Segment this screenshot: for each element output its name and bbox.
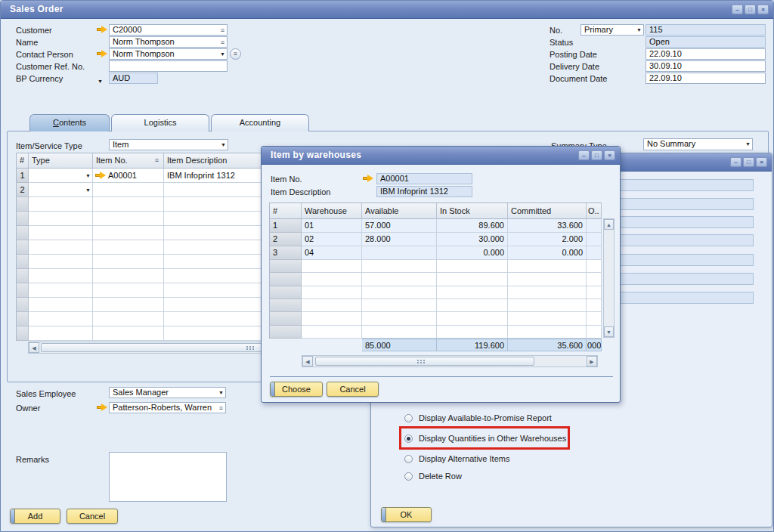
- grid-cell[interactable]: [16, 298, 29, 312]
- grid-cell[interactable]: [29, 255, 93, 269]
- warehouse-row-2[interactable]: 2 02 28.000 30.000 2.000: [269, 233, 602, 246]
- grid-cell[interactable]: [437, 260, 508, 273]
- grid-cell[interactable]: [269, 260, 302, 273]
- close-icon[interactable]: ×: [756, 157, 767, 167]
- grid-cell[interactable]: [362, 273, 437, 286]
- maximize-icon[interactable]: □: [743, 157, 754, 167]
- ordered-cell[interactable]: [587, 246, 602, 260]
- sales-employee-combo[interactable]: Sales Manager ▼: [109, 387, 226, 398]
- available-cell[interactable]: 28.000: [362, 233, 437, 246]
- scroll-right-icon[interactable]: ▶: [587, 356, 597, 367]
- row-number-cell[interactable]: 2: [16, 183, 29, 197]
- link-arrow-icon[interactable]: [97, 404, 107, 411]
- grid-cell[interactable]: [29, 283, 93, 298]
- tab-contents[interactable]: Contents: [29, 114, 110, 131]
- minimize-icon[interactable]: –: [730, 157, 741, 167]
- grid-cell[interactable]: [93, 269, 164, 283]
- grid-cell[interactable]: [93, 326, 164, 341]
- ordered-cell[interactable]: [587, 233, 602, 246]
- type-cell[interactable]: ▼: [29, 183, 93, 197]
- grid-cell[interactable]: [587, 273, 602, 286]
- scrollbar-thumb[interactable]: [315, 357, 534, 366]
- scroll-down-icon[interactable]: ▼: [604, 326, 614, 337]
- grid-cell[interactable]: [362, 260, 437, 273]
- grid-cell[interactable]: [16, 226, 29, 240]
- grid-cell[interactable]: [29, 212, 93, 226]
- grid-cell[interactable]: [587, 286, 602, 299]
- close-icon[interactable]: ×: [604, 150, 615, 160]
- chevron-down-icon[interactable]: ▼: [220, 51, 225, 57]
- bp-currency-combo[interactable]: BP Currency ▼: [16, 74, 107, 84]
- grid-cell[interactable]: [508, 273, 587, 286]
- radio-icon[interactable]: [404, 414, 413, 422]
- grid-cell[interactable]: [93, 240, 164, 255]
- grid-cell[interactable]: [16, 212, 29, 226]
- in-stock-cell[interactable]: 0.000: [437, 246, 508, 260]
- customer-field[interactable]: C20000 ≡: [109, 24, 228, 36]
- available-cell[interactable]: [362, 246, 437, 260]
- delivery-date-field[interactable]: 30.09.10: [646, 60, 766, 72]
- grid-cell[interactable]: [29, 312, 93, 326]
- grid-cell[interactable]: [93, 283, 164, 298]
- grid-cell[interactable]: [16, 326, 29, 341]
- warehouse-cell[interactable]: 01: [302, 219, 362, 233]
- contact-person-combo[interactable]: Norm Thompson ▼: [109, 48, 228, 60]
- summary-type-combo[interactable]: No Summary ▼: [643, 138, 753, 150]
- grid-cell[interactable]: [508, 299, 587, 312]
- grid-cell[interactable]: [16, 312, 29, 326]
- grid-cell[interactable]: [93, 197, 164, 212]
- owner-field[interactable]: Patterson-Roberts, Warren ≡: [109, 402, 226, 413]
- grid-cell[interactable]: [508, 286, 587, 299]
- field-menu-icon[interactable]: ≡: [221, 26, 224, 35]
- name-field[interactable]: Norm Thompson ≡: [109, 36, 228, 48]
- warehouse-grid-vscrollbar[interactable]: ▲ ▼: [603, 218, 615, 338]
- in-stock-cell[interactable]: 89.600: [437, 219, 508, 233]
- grid-cell[interactable]: [269, 312, 302, 325]
- radio-option-delete-row[interactable]: Delete Row: [404, 471, 462, 481]
- item-no-cell[interactable]: [93, 183, 164, 197]
- grid-cell[interactable]: [302, 312, 362, 325]
- warehouse-cell[interactable]: 02: [302, 233, 362, 246]
- grid-cell[interactable]: [362, 312, 437, 325]
- minimize-icon[interactable]: –: [578, 150, 590, 160]
- grid-cell[interactable]: [437, 312, 508, 325]
- contact-edit-button[interactable]: ≡: [230, 48, 241, 60]
- dialog-cancel-button[interactable]: Cancel: [327, 382, 379, 397]
- grid-cell[interactable]: [437, 299, 508, 312]
- posting-date-field[interactable]: 22.09.10: [646, 48, 766, 60]
- empty-grid-row[interactable]: [269, 286, 602, 299]
- chevron-down-icon[interactable]: ▼: [98, 76, 103, 86]
- grid-cell[interactable]: [362, 299, 437, 312]
- ordered-cell[interactable]: [587, 219, 602, 233]
- link-arrow-icon[interactable]: [363, 175, 373, 182]
- radio-icon[interactable]: [404, 455, 413, 463]
- row-number-cell[interactable]: 1: [16, 169, 29, 183]
- link-arrow-icon[interactable]: [97, 50, 107, 57]
- document-date-field[interactable]: 22.09.10: [646, 73, 766, 84]
- grid-cell[interactable]: [16, 255, 29, 269]
- field-menu-icon[interactable]: ≡: [219, 404, 223, 413]
- committed-cell[interactable]: 2.000: [508, 233, 587, 246]
- grid-cell[interactable]: [587, 312, 602, 325]
- grid-cell[interactable]: [362, 286, 437, 299]
- grid-cell[interactable]: [269, 286, 302, 299]
- chevron-down-icon[interactable]: ▼: [218, 390, 224, 395]
- ok-button[interactable]: OK: [381, 507, 432, 522]
- grid-cell[interactable]: [437, 326, 508, 339]
- add-button[interactable]: Add: [10, 509, 60, 524]
- grid-cell[interactable]: [93, 255, 164, 269]
- type-cell[interactable]: ▼: [29, 169, 93, 183]
- scrollbar-grip[interactable]: [246, 346, 248, 348]
- grid-cell[interactable]: [269, 326, 302, 339]
- item-no-cell[interactable]: A00001: [93, 169, 164, 183]
- grid-cell[interactable]: [437, 286, 508, 299]
- grid-cell[interactable]: [587, 299, 602, 312]
- radio-option-alternative-items[interactable]: Display Alternative Items: [404, 453, 509, 464]
- warehouse-grid-hscrollbar[interactable]: ◀ ▶: [302, 355, 598, 367]
- choose-button[interactable]: Choose: [270, 382, 323, 397]
- committed-cell[interactable]: 33.600: [508, 219, 587, 233]
- grid-cell[interactable]: [302, 286, 362, 299]
- chevron-down-icon[interactable]: ▼: [85, 187, 91, 193]
- grid-cell[interactable]: [93, 298, 164, 312]
- maximize-icon[interactable]: □: [591, 150, 602, 160]
